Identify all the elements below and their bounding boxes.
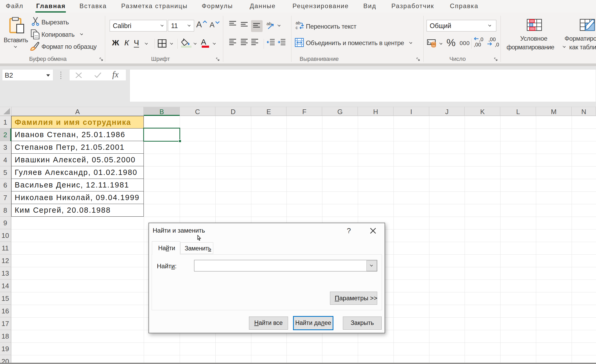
svg-text:?: ?	[347, 227, 351, 234]
svg-text:c: c	[296, 25, 298, 30]
svg-text:ab: ab	[267, 21, 272, 26]
svg-text:ab: ab	[296, 21, 300, 25]
